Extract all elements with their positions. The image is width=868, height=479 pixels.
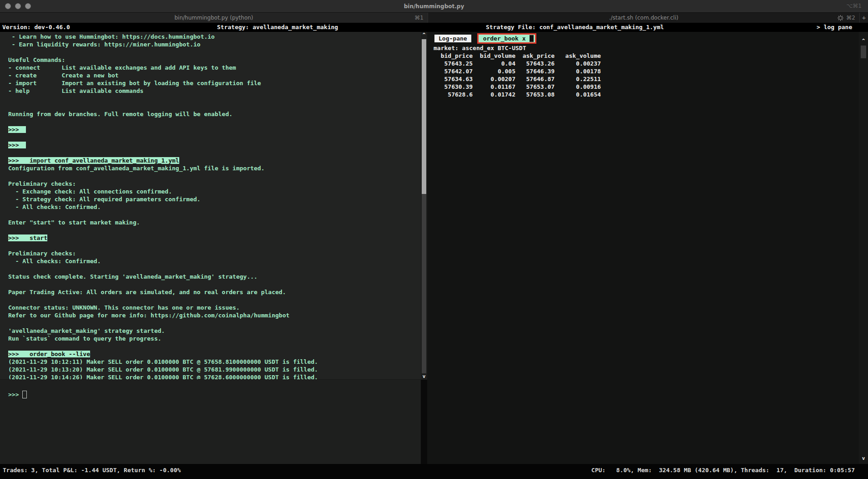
- scrollbar-thumb[interactable]: [861, 46, 866, 58]
- window-shortcut-hint: ⌥⌘1: [847, 3, 862, 9]
- terminal-line: Status check complete. Starting 'avellan…: [8, 273, 421, 280]
- scroll-down-icon[interactable]: v: [421, 373, 427, 380]
- terminal-line: Useful Commands:: [8, 56, 421, 64]
- terminal-line: Configuration from conf_avellaneda_marke…: [8, 164, 421, 172]
- terminal-line: Connector status: UNKNOWN. This connecto…: [8, 304, 421, 311]
- tab-log-pane[interactable]: Log-pane: [434, 35, 471, 42]
- terminal-line: Preliminary checks:: [8, 250, 421, 257]
- terminal-line: [8, 242, 421, 250]
- text-cursor: [22, 391, 27, 398]
- terminal-line: [8, 342, 421, 350]
- terminal-window: bin/hummingbot.py ⌥⌘1 bin/hummingbot.py …: [0, 0, 868, 479]
- terminal-line: (2021-11-29 10:13:20) Maker SELL order 0…: [8, 366, 421, 373]
- terminal-line: [8, 211, 421, 219]
- scroll-up-icon[interactable]: ^: [859, 38, 868, 44]
- command-line: >>> start: [8, 234, 421, 242]
- tab-bar: bin/hummingbot.py (python) ⌘1 ./start.sh…: [0, 13, 868, 23]
- tab-hummingbot-shortcut: ⌘1: [414, 15, 424, 21]
- tab-order-book[interactable]: order_book x: [477, 33, 536, 44]
- scrollbar-track[interactable]: [422, 194, 426, 373]
- app-header-row: Version: dev-0.46.0 Strategy: avellaneda…: [0, 23, 868, 32]
- tab-hummingbot-label: bin/hummingbot.py (python): [174, 15, 253, 21]
- terminal-line: - Learn how to use Hummingbot: https://d…: [8, 33, 421, 41]
- system-status: CPU: 8.0%, Mem: 324.58 MB (420.64 MB), T…: [591, 467, 855, 474]
- terminal-line: Enter "start" to start market making.: [8, 219, 421, 226]
- terminal-line: [8, 118, 421, 126]
- orderbook-row: 57634.63 0.00207 57646.87 0.22511: [434, 75, 859, 83]
- tab-hummingbot[interactable]: bin/hummingbot.py (python) ⌘1: [0, 13, 428, 23]
- terminal-line: - import Import an existing bot by loadi…: [8, 79, 421, 87]
- terminal-line: [8, 296, 421, 304]
- output-scrollbar[interactable]: ^ v: [421, 32, 427, 380]
- minimize-window-icon[interactable]: [15, 3, 21, 9]
- tab-docker[interactable]: ./start.sh (com.docker.cli) ⌘2: [428, 13, 859, 23]
- trades-status: Trades: 3, Total P&L: -1.44 USDT, Return…: [3, 467, 181, 474]
- status-bar: Trades: 3, Total P&L: -1.44 USDT, Return…: [0, 464, 868, 479]
- terminal-line: [8, 149, 421, 157]
- terminal-line: - Earn liquidity rewards: https://miner.…: [8, 41, 421, 48]
- terminal-log: - Learn how to use Hummingbot: https://d…: [0, 32, 421, 380]
- terminal-line: 'avellaneda_market_making' strategy star…: [8, 327, 421, 335]
- main-area: - Learn how to use Hummingbot: https://d…: [0, 32, 868, 464]
- activity-spinner-icon: [838, 15, 843, 21]
- window-title: bin/hummingbot.py: [0, 3, 868, 10]
- terminal-line: Running from dev branches. Full remote l…: [8, 110, 421, 118]
- orderbook-table: bid_price bid_volume ask_price ask_volum…: [434, 52, 859, 98]
- terminal-line: - All checks: Confirmed.: [8, 257, 421, 265]
- scroll-up-icon[interactable]: ^: [421, 32, 427, 38]
- terminal-line: [8, 48, 421, 56]
- terminal-line: - Strategy check: All required parameter…: [8, 195, 421, 203]
- input-prompt: >>>: [8, 391, 19, 398]
- strategy-file-label: Strategy File: conf_avellaneda_market_ma…: [486, 23, 664, 32]
- output-pane: - Learn how to use Hummingbot: https://d…: [0, 32, 421, 464]
- orderbook-header-row: bid_price bid_volume ask_price ask_volum…: [434, 52, 859, 60]
- scroll-down-icon[interactable]: v: [859, 455, 868, 462]
- window-controls: [5, 3, 31, 9]
- tab-docker-label: ./start.sh (com.docker.cli): [609, 15, 678, 21]
- maximize-window-icon[interactable]: [25, 3, 31, 9]
- terminal-line: Refer to our Github page for more info: …: [8, 311, 421, 319]
- terminal-line: Preliminary checks:: [8, 180, 421, 188]
- command-line: >>> order_book --live: [8, 350, 421, 358]
- log-pane-tabs: Log-pane order_book x: [434, 33, 859, 44]
- terminal-line: - All checks: Confirmed.: [8, 203, 421, 211]
- terminal-line: - Exchange check: All connections confir…: [8, 188, 421, 195]
- new-tab-button[interactable]: +: [859, 13, 868, 23]
- tab-docker-shortcut: ⌘2: [846, 15, 855, 21]
- terminal-line: [8, 265, 421, 273]
- command-line: >>> import conf_avellaneda_market_making…: [8, 157, 421, 164]
- terminal-line: [8, 102, 421, 110]
- tab-cursor-block: [530, 35, 534, 42]
- tab-order-book-label: order_book x: [483, 35, 526, 42]
- terminal-line: [8, 95, 421, 102]
- orderbook-row: 57630.39 0.01167 57653.07 0.00916: [434, 83, 859, 91]
- terminal-line: - help List available commands: [8, 87, 421, 95]
- command-line: >>>: [8, 126, 421, 133]
- orderbook-row: 57643.25 0.04 57643.26 0.00237: [434, 60, 859, 67]
- close-window-icon[interactable]: [5, 3, 11, 9]
- version-label: Version: dev-0.46.0: [2, 23, 70, 32]
- log-pane: Log-pane order_book x market: ascend_ex …: [427, 32, 859, 464]
- command-line: >>>: [8, 141, 421, 149]
- command-input-area[interactable]: >>>: [0, 380, 421, 464]
- titlebar: bin/hummingbot.py ⌥⌘1: [0, 0, 868, 13]
- log-pane-scrollbar[interactable]: ^ v: [859, 32, 868, 464]
- orderbook-row: 57628.6 0.01742 57653.08 0.01654: [434, 91, 859, 98]
- terminal-line: - connect List available exchanges and a…: [8, 64, 421, 71]
- terminal-line: Paper Trading Active: All orders are sim…: [8, 288, 421, 296]
- terminal-line: (2021-11-29 10:14:26) Maker SELL order 0…: [8, 373, 421, 380]
- log-pane-toggle[interactable]: > log pane: [817, 23, 852, 32]
- terminal-line: [8, 319, 421, 327]
- orderbook-row: 57642.07 0.005 57646.39 0.00178: [434, 67, 859, 75]
- command-input-line[interactable]: >>>: [8, 391, 421, 398]
- terminal-line: [8, 172, 421, 180]
- terminal-line: [8, 280, 421, 288]
- scrollbar-thumb[interactable]: [422, 39, 426, 194]
- market-label: market: ascend_ex BTC-USDT: [434, 44, 859, 52]
- terminal-line: [8, 133, 421, 141]
- terminal-line: - create Create a new bot: [8, 71, 421, 79]
- terminal-line: [8, 226, 421, 234]
- terminal-line: (2021-11-29 10:12:11) Maker SELL order 0…: [8, 358, 421, 366]
- strategy-label: Strategy: avellaneda_market_making: [217, 23, 338, 32]
- terminal-line: Run `status` command to query the progre…: [8, 335, 421, 342]
